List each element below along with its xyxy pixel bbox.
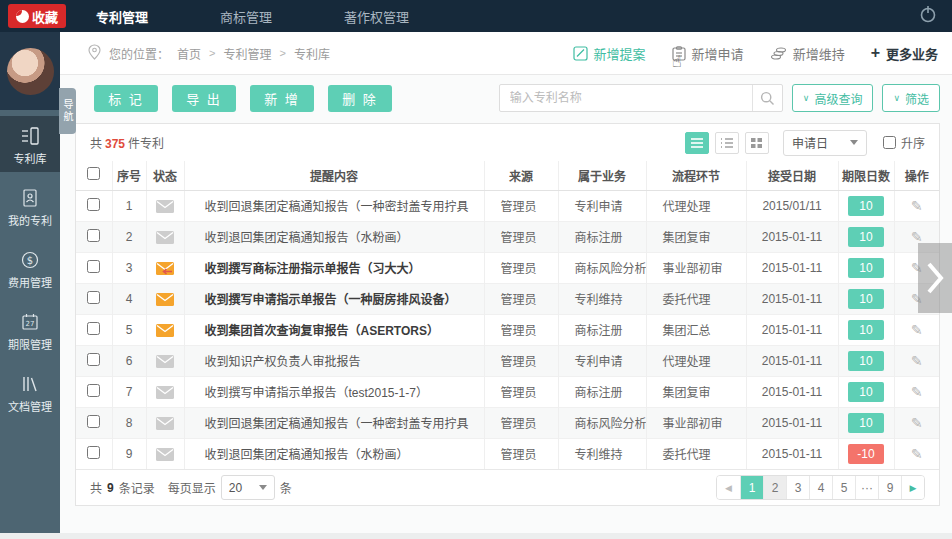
- pagination-page-3[interactable]: 3: [786, 476, 809, 499]
- deadline-badge: 10: [848, 196, 884, 216]
- avatar-zone: [0, 32, 60, 110]
- row-checkbox[interactable]: [87, 415, 100, 428]
- list-controls: 申请日 升序: [679, 130, 925, 156]
- table-row[interactable]: 1 收到回退集团定稿通知报告（一种密封盖专用拧具 管理员 专利申请 代理处理 2…: [76, 190, 939, 221]
- breadcrumb-home[interactable]: 首页: [177, 45, 201, 62]
- breadcrumb-patent-mgmt[interactable]: 专利管理: [223, 45, 271, 62]
- main-area: 您的位置： 首页 > 专利管理 > 专利库 新增提案: [60, 32, 952, 533]
- nav-collapse-tab[interactable]: 导航: [59, 88, 76, 134]
- sidebar-item-label: 文档管理: [8, 398, 52, 414]
- table-row[interactable]: 3 收到撰写商标注册指示单报告（习大大） 管理员 商标风险分析 事业部初审 20…: [76, 252, 939, 283]
- sidebar-item-label: 我的专利: [8, 212, 52, 228]
- cursor-icon: ☝: [672, 52, 682, 71]
- search-input[interactable]: [500, 85, 752, 111]
- table-row[interactable]: 2 收到退回集团定稿通知报告（水粉画） 管理员 商标注册 集团复审 2015-0…: [76, 221, 939, 252]
- app-logo[interactable]: 收藏: [8, 4, 66, 28]
- edit-icon[interactable]: ✎: [911, 446, 923, 462]
- col-seq: 序号: [112, 161, 146, 190]
- row-checkbox[interactable]: [87, 353, 100, 366]
- view-list-toggle[interactable]: [685, 132, 709, 154]
- fee-icon: $: [20, 250, 40, 270]
- view-grid-toggle[interactable]: [745, 132, 769, 154]
- delete-button[interactable]: 删 除: [328, 85, 392, 112]
- col-step: 流程环节: [646, 161, 746, 190]
- ascending-checkbox-label: 升序: [883, 134, 925, 151]
- sidebar-item-patent-library[interactable]: 专利库: [0, 116, 60, 172]
- breadcrumb-current: 专利库: [294, 45, 330, 62]
- total-count: 共375件专利: [90, 134, 164, 151]
- avatar[interactable]: [7, 48, 54, 95]
- top-nav: 专利管理 商标管理 著作权管理: [96, 7, 409, 26]
- table-row[interactable]: 5 收到集团首次查询复审报告（ASERTORS） 管理员 商标注册 集团汇总 2…: [76, 314, 939, 345]
- edit-icon[interactable]: ✎: [911, 384, 923, 400]
- row-checkbox[interactable]: [87, 198, 100, 211]
- coins-icon: [770, 46, 787, 60]
- top-nav-copyright[interactable]: 著作权管理: [344, 7, 409, 26]
- table-row[interactable]: 6 收到知识产权负责人审批报告 管理员 专利申请 代理处理 2015-01-11…: [76, 345, 939, 376]
- row-checkbox[interactable]: [87, 260, 100, 273]
- sidebar-item-deadlines[interactable]: 27 期限管理: [0, 302, 60, 358]
- top-nav-patent[interactable]: 专利管理: [96, 7, 148, 26]
- col-op: 操作: [894, 161, 939, 190]
- mark-button[interactable]: 标 记: [94, 85, 158, 112]
- advanced-query-button[interactable]: ∨ 高级查询: [792, 84, 874, 112]
- sort-field-dropdown[interactable]: 申请日: [783, 130, 867, 156]
- table-row[interactable]: 8 收到回退集团定稿通知报告（一种密封盖专用拧具 管理员 商标风险分析 事业部初…: [76, 407, 939, 438]
- table-row[interactable]: 7 收到撰写申请指示单报告（test2015-1-7） 管理员 商标注册 集团复…: [76, 376, 939, 407]
- pagination-page-2[interactable]: 2: [763, 476, 786, 499]
- deadline-badge: 10: [848, 258, 884, 278]
- new-maintain-button[interactable]: 新增维持: [770, 44, 845, 63]
- sidebar-item-documents[interactable]: 文档管理: [0, 364, 60, 420]
- pagination-prev[interactable]: ◀: [717, 476, 740, 499]
- filter-button[interactable]: ∨ 筛选: [882, 84, 940, 112]
- row-checkbox[interactable]: [87, 322, 100, 335]
- add-button[interactable]: 新 增: [250, 85, 314, 112]
- edit-icon[interactable]: ✎: [911, 322, 923, 338]
- breadcrumb-prefix: 您的位置：: [109, 45, 169, 62]
- row-checkbox[interactable]: [87, 291, 100, 304]
- top-nav-trademark[interactable]: 商标管理: [220, 7, 272, 26]
- pagination-page-1[interactable]: 1: [740, 476, 763, 499]
- new-proposal-button[interactable]: 新增提案: [573, 44, 646, 63]
- plus-icon: +: [871, 44, 880, 62]
- logo-icon: [16, 10, 29, 23]
- sidebar-item-my-patents[interactable]: 我的专利: [0, 178, 60, 234]
- export-button[interactable]: 导 出: [172, 85, 236, 112]
- view-detail-toggle[interactable]: [715, 132, 739, 154]
- caret-down-icon: [850, 140, 858, 145]
- pagination-page-5[interactable]: 5: [832, 476, 855, 499]
- row-checkbox[interactable]: [87, 446, 100, 459]
- row-checkbox[interactable]: [87, 229, 100, 242]
- bottom-strip: [0, 533, 952, 539]
- pagination-page-4[interactable]: 4: [809, 476, 832, 499]
- search-button[interactable]: [752, 85, 782, 111]
- new-application-button[interactable]: 新增申请: [672, 44, 744, 63]
- sidebar-item-fees[interactable]: $ 费用管理: [0, 240, 60, 296]
- caret-down-icon: [259, 485, 267, 490]
- deadline-badge: 10: [848, 351, 884, 371]
- mail-read-icon: [156, 200, 174, 213]
- ascending-checkbox[interactable]: [883, 136, 896, 149]
- pagination-page-9[interactable]: 9: [878, 476, 901, 499]
- col-days: 期限日数: [838, 161, 894, 190]
- top-bar: 收藏 专利管理 商标管理 著作权管理: [0, 0, 952, 32]
- deadline-badge: 10: [848, 227, 884, 247]
- per-page-dropdown[interactable]: 20: [221, 475, 275, 500]
- edit-icon[interactable]: ✎: [911, 415, 923, 431]
- table-row[interactable]: 9 收到退回集团定稿通知报告（水粉画） 管理员 专利维持 委托代理 2015-0…: [76, 438, 939, 469]
- edit-icon[interactable]: ✎: [911, 198, 923, 214]
- mail-read-icon: [156, 231, 174, 244]
- next-panel-arrow[interactable]: [918, 243, 952, 313]
- col-status: 状态: [146, 161, 184, 190]
- compose-icon: [573, 46, 588, 61]
- row-checkbox[interactable]: [87, 384, 100, 397]
- list-header: 共375件专利: [76, 124, 939, 161]
- pagination-next[interactable]: ▶: [901, 476, 924, 499]
- table-row[interactable]: 4 收到撰写申请指示单报告（一种厨房排风设备） 管理员 专利维持 委托代理 20…: [76, 283, 939, 314]
- edit-icon[interactable]: ✎: [911, 353, 923, 369]
- svg-text:$: $: [27, 255, 33, 266]
- select-all-checkbox[interactable]: [87, 167, 100, 180]
- more-business-button[interactable]: + 更多业务: [871, 44, 938, 63]
- sidebar: 专利库 我的专利 $ 费用管理: [0, 32, 60, 533]
- power-icon[interactable]: [918, 4, 938, 28]
